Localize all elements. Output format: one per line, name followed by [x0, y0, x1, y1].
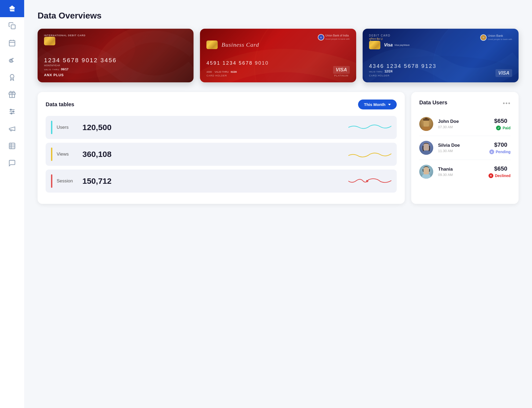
user-avatar-thania — [419, 165, 433, 179]
sidebar-item-award[interactable] — [0, 69, 24, 86]
calendar-icon — [8, 39, 16, 47]
card1-valid-date: 06/17 — [61, 68, 68, 71]
card3-visa: VISA — [495, 69, 512, 77]
sidebar-item-gift[interactable] — [0, 86, 24, 103]
card2-valid-label: VALID THRU — [214, 71, 229, 73]
thania-avatar-svg — [419, 165, 433, 179]
svg-rect-0 — [11, 25, 15, 29]
data-tables-title: Data tables — [46, 101, 74, 108]
john-avatar-svg — [419, 117, 433, 131]
card3-bank: U Union Bank Good people to bank with — [480, 34, 512, 41]
session-sparkline — [348, 176, 391, 186]
card2-chip — [206, 41, 218, 49]
thania-amount: $650 — [494, 165, 507, 172]
thania-name: Thania — [438, 167, 489, 172]
table-icon — [8, 142, 16, 150]
card2-type: PLATINUM — [333, 74, 350, 77]
card3-number: 4346 1234 5678 9123 — [369, 63, 512, 69]
bank-icon — [8, 5, 16, 12]
svg-point-14 — [11, 113, 12, 114]
sidebar-item-copy[interactable] — [0, 17, 24, 34]
silvia-status: ● Pending — [489, 149, 511, 154]
card1-number: 1234 5678 9012 3456 — [44, 57, 187, 64]
card2-number: 4591 1234 5678 9010 — [206, 60, 349, 66]
bank-card-2[interactable]: U Union Bank of India Good people to ban… — [200, 29, 356, 82]
svg-rect-1 — [9, 41, 15, 46]
session-indicator — [51, 174, 52, 188]
stat-row-session: Session 150,712 — [46, 170, 397, 193]
john-status: ✓ Paid — [496, 126, 511, 130]
card3-valid-label: VALID THRU — [369, 71, 383, 73]
svg-point-32 — [425, 118, 428, 119]
sidebar-item-chat[interactable] — [0, 155, 24, 172]
user-avatar-john — [419, 117, 433, 131]
card3-holder-label: CARD HOLDER — [369, 74, 393, 77]
data-users-title: Data Users — [419, 100, 447, 106]
bottom-row: Data tables This Month Users 120,500 Vie… — [38, 92, 519, 204]
coins-icon — [8, 56, 16, 64]
users-sparkline — [348, 122, 391, 133]
silvia-avatar-svg — [419, 141, 433, 155]
declined-icon: ✕ — [489, 173, 493, 178]
john-info: John Doe 07.30 AM — [438, 119, 494, 129]
sidebar — [0, 0, 24, 408]
stat-row-users: Users 120,500 — [46, 116, 397, 139]
svg-point-13 — [13, 111, 14, 112]
card1-label: International Debit Card — [44, 34, 86, 37]
cards-row: International Debit Card 1234 5678 9012 … — [38, 29, 519, 82]
stat-row-views: Views 360,108 — [46, 143, 397, 166]
user-row-silvia: Silvia Doe 11.30 AM $700 ● Pending — [419, 136, 511, 160]
silvia-amount: $700 — [494, 141, 507, 148]
data-tables-panel: Data tables This Month Users 120,500 Vie… — [38, 92, 405, 204]
card2-visa: VISA — [333, 66, 350, 74]
copy-icon — [8, 22, 16, 30]
sidebar-item-coins[interactable] — [0, 52, 24, 69]
thania-status: ✕ Declined — [489, 173, 511, 178]
paid-icon: ✓ — [496, 126, 501, 130]
svg-rect-15 — [9, 143, 15, 149]
users-value: 120,500 — [82, 123, 111, 132]
award-icon — [8, 73, 16, 81]
card2-valid-date: 01/20 — [231, 71, 237, 73]
card1-chip — [44, 37, 55, 45]
sidebar-item-bank[interactable] — [0, 0, 24, 17]
svg-rect-35 — [424, 147, 429, 150]
card1-holder: ANX PLUS — [44, 73, 68, 77]
sidebar-item-calendar[interactable] — [0, 34, 24, 52]
session-label: Session — [57, 178, 78, 184]
sidebar-item-table[interactable] — [0, 137, 24, 155]
views-sparkline — [348, 149, 391, 160]
card3-top-label: DEBIT CARD — [369, 34, 391, 37]
month-dropdown-button[interactable]: This Month — [358, 100, 397, 109]
card3-chip — [369, 41, 380, 49]
page-title: Data Overviews — [38, 11, 519, 21]
more-options-button[interactable] — [502, 100, 511, 105]
main-content: Data Overviews International Debit Card … — [24, 0, 532, 408]
card2-sub-number: 4300 — [206, 71, 212, 73]
user-row-john: John Doe 07.30 AM $650 ✓ Paid — [419, 112, 511, 136]
bank-card-1[interactable]: International Debit Card 1234 5678 9012 … — [38, 29, 194, 82]
month-dropdown-label: This Month — [364, 102, 385, 107]
data-tables-header: Data tables This Month — [46, 100, 397, 109]
views-label: Views — [57, 152, 78, 157]
svg-rect-29 — [424, 123, 429, 127]
silvia-info: Silvia Doe 11.30 AM — [438, 143, 489, 153]
card1-valid-label: VALID THRU — [44, 68, 59, 71]
sidebar-item-megaphone[interactable] — [0, 120, 24, 137]
data-users-panel: Data Users — [411, 92, 519, 204]
megaphone-icon — [8, 125, 16, 133]
user-row-thania: Thania 09.30 AM $650 ✕ Declined — [419, 160, 511, 183]
thania-time: 09.30 AM — [438, 173, 489, 177]
john-amount: $650 — [494, 117, 507, 124]
pending-icon: ● — [489, 149, 494, 154]
sidebar-item-controls[interactable] — [0, 103, 24, 120]
silvia-name: Silvia Doe — [438, 143, 489, 148]
user-avatar-silvia — [419, 141, 433, 155]
svg-rect-38 — [424, 171, 429, 174]
card1-month-year: MONTH/YEAR — [44, 64, 60, 67]
svg-point-6 — [10, 75, 14, 78]
bank-card-3[interactable]: DEBIT CARD यूनियन बैंक U U Union Bank Go… — [363, 29, 519, 82]
views-value: 360,108 — [82, 150, 111, 159]
john-name: John Doe — [438, 119, 494, 124]
svg-point-26 — [366, 180, 368, 182]
